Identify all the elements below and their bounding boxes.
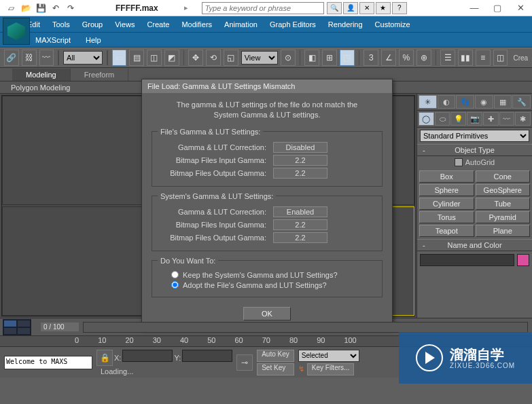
systems-icon[interactable]: ✱: [515, 112, 531, 126]
maxscript-listener[interactable]: Welcome to MAXS: [4, 356, 92, 369]
layers-icon[interactable]: ◫: [493, 50, 508, 66]
manip-icon[interactable]: ◧: [304, 50, 319, 66]
sphere-button[interactable]: Sphere: [419, 184, 474, 196]
snap-toggle-icon[interactable]: ◳: [340, 50, 355, 66]
keyfilter-icon[interactable]: ↯: [298, 365, 304, 373]
menu-views[interactable]: Views: [115, 20, 135, 29]
main-toolbar: 🔗 ⛓ 〰 All ▭ ▤ ◫ ◩ ✥ ⟲ ◱ View ⊙ ◧ ⊞ ◳ 3 ∠…: [0, 48, 532, 68]
minimize-button[interactable]: —: [463, 1, 486, 16]
angle-snap-icon[interactable]: ∠: [381, 50, 396, 66]
cylinder-button[interactable]: Cylinder: [419, 198, 474, 210]
menu-animation[interactable]: Animation: [224, 20, 258, 29]
open-icon[interactable]: 📂: [19, 2, 33, 14]
utilities-tab-icon[interactable]: 🔧: [512, 95, 531, 109]
select-name-button[interactable]: ▤: [129, 50, 144, 66]
menu-create[interactable]: Create: [147, 20, 169, 29]
x-coord[interactable]: [122, 350, 173, 362]
unlink-icon[interactable]: ⛓: [22, 50, 37, 66]
rollout-object-type[interactable]: Object Type: [417, 144, 532, 156]
menu-help[interactable]: Help: [86, 36, 101, 44]
pyramid-button[interactable]: Pyramid: [476, 211, 531, 223]
mirror-icon[interactable]: ▮▮: [458, 50, 473, 66]
menu-tools[interactable]: Tools: [52, 20, 70, 29]
close-button[interactable]: ✕: [509, 1, 532, 16]
save-icon[interactable]: 💾: [34, 2, 48, 14]
display-tab-icon[interactable]: ▦: [494, 95, 512, 109]
time-slider[interactable]: [83, 322, 528, 333]
geosphere-button[interactable]: GeoSphere: [476, 184, 531, 196]
y-coord[interactable]: [182, 350, 232, 362]
menu-customize[interactable]: Customize: [375, 20, 410, 29]
helpers-icon[interactable]: ✚: [483, 112, 499, 126]
keymode-icon[interactable]: ⊞: [322, 50, 337, 66]
select-object-button[interactable]: ▭: [112, 50, 127, 66]
spinner-snap-icon[interactable]: ⊕: [416, 50, 431, 66]
app-logo[interactable]: [3, 18, 30, 45]
move-icon[interactable]: ✥: [188, 50, 203, 66]
modify-tab-icon[interactable]: ◐: [438, 95, 456, 109]
spacewarps-icon[interactable]: 〰: [499, 112, 515, 126]
menu-modifiers[interactable]: Modifiers: [181, 20, 212, 29]
menu-grapheditors[interactable]: Graph Editors: [270, 20, 316, 29]
help-icon[interactable]: ?: [392, 2, 407, 14]
name-field[interactable]: [420, 254, 514, 266]
category-dropdown[interactable]: Standard Primitives: [420, 130, 529, 142]
setkey-button[interactable]: Set Key: [257, 363, 294, 375]
window-crossing-button[interactable]: ◩: [164, 50, 179, 66]
opt-keep[interactable]: Keep the System's Gamma and LUT Settings…: [171, 271, 376, 279]
undo-icon[interactable]: ↶: [49, 2, 63, 14]
infocenter-search-icon[interactable]: 🔍: [327, 2, 342, 14]
align-icon[interactable]: ≡: [476, 50, 491, 66]
percent-snap-icon[interactable]: %: [399, 50, 414, 66]
rollout-name-color[interactable]: Name and Color: [417, 239, 532, 251]
autokey-button[interactable]: Auto Key: [257, 350, 294, 362]
tube-button[interactable]: Tube: [476, 198, 531, 210]
link-icon[interactable]: 🔗: [4, 50, 19, 66]
keyfilters-button[interactable]: Key Filters...: [307, 363, 355, 375]
create-tab-icon[interactable]: ✳: [419, 95, 437, 109]
menu-rendering[interactable]: Rendering: [328, 20, 363, 29]
viewport-layout-icon[interactable]: [3, 319, 31, 335]
search-input[interactable]: [202, 2, 324, 14]
opt-adopt-radio[interactable]: [171, 281, 179, 289]
plane-button[interactable]: Plane: [476, 225, 531, 237]
named-sel-icon[interactable]: ☰: [440, 50, 455, 66]
tab-freeform[interactable]: Freeform: [71, 69, 129, 81]
bind-icon[interactable]: 〰: [39, 50, 54, 66]
tab-modeling[interactable]: Modeling: [12, 69, 71, 81]
key-icon[interactable]: ⊸: [236, 354, 253, 371]
cameras-icon[interactable]: 📷: [467, 112, 482, 126]
motion-tab-icon[interactable]: ◉: [475, 95, 493, 109]
signin-icon[interactable]: 👤: [343, 2, 358, 14]
menu-group[interactable]: Group: [82, 20, 103, 29]
autogrid-checkbox[interactable]: [455, 158, 463, 166]
favorite-icon[interactable]: ★: [376, 2, 391, 14]
new-icon[interactable]: ▱: [4, 2, 18, 14]
select-region-button[interactable]: ◫: [147, 50, 162, 66]
exchange-icon[interactable]: ✕: [359, 2, 374, 14]
snap3-icon[interactable]: 3: [363, 50, 378, 66]
maximize-button[interactable]: ▢: [486, 1, 509, 16]
torus-button[interactable]: Torus: [419, 211, 474, 223]
ref-coord-dropdown[interactable]: View: [241, 51, 278, 65]
keymode-dropdown[interactable]: Selected: [298, 350, 359, 362]
hierarchy-tab-icon[interactable]: 👣: [456, 95, 474, 109]
menu-maxscript[interactable]: MAXScript: [35, 36, 71, 44]
geometry-icon[interactable]: ◯: [419, 112, 434, 126]
shapes-icon[interactable]: ⬭: [435, 112, 450, 126]
lights-icon[interactable]: 💡: [450, 112, 466, 126]
opt-adopt[interactable]: Adopt the File's Gamma and LUT Settings?: [171, 281, 376, 289]
rotate-icon[interactable]: ⟲: [206, 50, 221, 66]
color-swatch[interactable]: [517, 254, 529, 266]
pivot-icon[interactable]: ⊙: [281, 50, 296, 66]
opt-keep-radio[interactable]: [171, 271, 179, 278]
lock-icon[interactable]: 🔒: [96, 350, 113, 366]
scale-icon[interactable]: ◱: [224, 50, 238, 66]
redo-icon[interactable]: ↷: [64, 2, 77, 14]
cone-button[interactable]: Cone: [476, 170, 531, 183]
ok-button[interactable]: OK: [243, 307, 291, 320]
box-button[interactable]: Box: [419, 170, 474, 183]
selection-filter-dropdown[interactable]: All: [63, 51, 103, 65]
teapot-button[interactable]: Teapot: [419, 225, 474, 237]
menubar2: MAXScript Help: [0, 33, 532, 48]
